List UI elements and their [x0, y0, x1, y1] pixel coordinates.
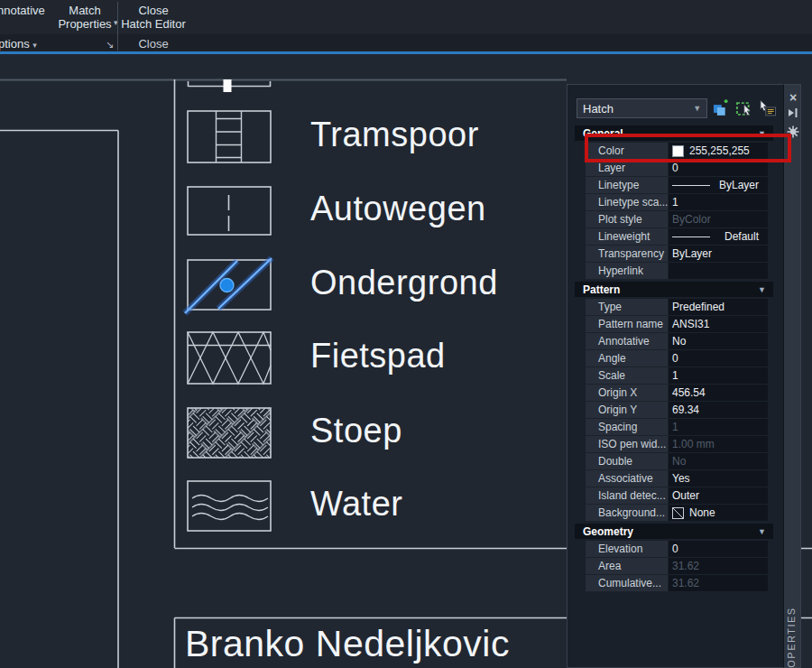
property-label: Transparency: [586, 246, 669, 262]
property-row-lineweight[interactable]: LineweightDefault: [586, 228, 768, 246]
partial-legend-symbol[interactable]: [189, 79, 272, 92]
property-label: Angle: [586, 350, 669, 366]
property-label: Associative: [586, 470, 669, 487]
match-properties-button[interactable]: Match Properties: [52, 4, 117, 31]
legend-label-fietspad[interactable]: Fietspad: [310, 337, 446, 376]
property-label: Cumulative...: [586, 575, 669, 591]
linetype-glyph: [672, 237, 710, 237]
legend-symbol-stoep[interactable]: [188, 408, 271, 458]
property-value[interactable]: Outer: [669, 487, 768, 504]
property-row-hyperlink[interactable]: Hyperlink: [586, 263, 768, 280]
property-value[interactable]: ByLayer: [669, 177, 768, 193]
auto-hide-pin-icon[interactable]: [784, 107, 802, 119]
left-sheet-rectangle: [0, 131, 118, 668]
property-row-elevation[interactable]: Elevation0: [586, 541, 768, 558]
properties-palette-body: Hatch▼ General▼Color255,255,255Layer: [567, 84, 783, 668]
property-value[interactable]: 1: [669, 419, 768, 435]
palette-titlebar: ×: [783, 84, 801, 668]
legend-label-ondergrond[interactable]: Ondergrond: [310, 264, 498, 302]
property-row-origin-x[interactable]: Origin X456.54: [586, 385, 768, 402]
property-row-island-detec[interactable]: Island detec...Outer: [586, 487, 768, 505]
property-value[interactable]: No: [669, 453, 768, 469]
property-label: Hyperlink: [586, 263, 669, 279]
property-value[interactable]: Yes: [669, 470, 768, 487]
property-value[interactable]: Predefined: [669, 299, 768, 315]
title-block-text[interactable]: Branko Nedeljkovic: [185, 623, 510, 665]
property-label: Scale: [586, 367, 669, 384]
property-label: Area: [586, 558, 669, 574]
ribbon: nnotative Match Properties ▾ Close Hatch…: [0, 0, 812, 54]
property-row-scale[interactable]: Scale1: [586, 367, 768, 385]
property-value[interactable]: ByLayer: [669, 246, 768, 262]
property-value[interactable]: [669, 263, 768, 279]
property-row-spacing[interactable]: Spacing1: [586, 419, 768, 436]
section-header-geometry[interactable]: Geometry▼: [575, 524, 773, 539]
property-row-cumulative[interactable]: Cumulative...31.62: [586, 575, 768, 592]
property-row-annotative[interactable]: AnnotativeNo: [586, 333, 768, 350]
object-type-dropdown[interactable]: Hatch▼: [577, 98, 707, 118]
property-value[interactable]: Default: [669, 228, 768, 245]
section-header-pattern[interactable]: Pattern▼: [575, 282, 773, 297]
property-value[interactable]: ANSI31: [669, 316, 768, 332]
legend-label-water[interactable]: Water: [310, 485, 402, 524]
property-label: Plot style: [586, 211, 669, 227]
close-icon[interactable]: ×: [784, 90, 802, 105]
legend-symbol-tramspoor[interactable]: [188, 111, 271, 162]
property-value[interactable]: 0: [669, 541, 768, 557]
legend-label-autowegen[interactable]: Autowegen: [310, 190, 486, 228]
legend-symbol-ondergrond[interactable]: [185, 258, 272, 313]
legend-symbol-fietspad[interactable]: [188, 332, 271, 384]
palette-vertical-title: PROPERTIES: [786, 607, 797, 668]
property-label: Elevation: [586, 541, 669, 557]
legend-label-tramspoor[interactable]: Tramspoor: [310, 116, 479, 154]
property-row-linetype-sca[interactable]: Linetype sca...1: [586, 194, 768, 211]
property-label: Linetype sca...: [586, 194, 669, 210]
property-value[interactable]: 31.62: [669, 575, 768, 591]
property-value[interactable]: 1: [669, 367, 768, 384]
property-value[interactable]: ByColor: [669, 211, 768, 227]
property-row-iso-pen-wid[interactable]: ISO pen wid...1.00 mm: [586, 436, 768, 453]
toggle-pickadd-icon[interactable]: [712, 99, 731, 117]
property-value[interactable]: None: [669, 505, 768, 521]
property-row-double[interactable]: DoubleNo: [586, 453, 768, 470]
chevron-down-icon: ▾: [32, 41, 37, 50]
chevron-down-icon: ▼: [758, 285, 766, 294]
property-value[interactable]: 31.62: [669, 558, 768, 574]
hatch-grip-point[interactable]: [220, 279, 234, 292]
property-row-area[interactable]: Area31.62: [586, 558, 768, 575]
dialog-launcher-icon[interactable]: ↘: [106, 39, 114, 51]
close-panel-label: Close: [121, 37, 186, 51]
none-swatch: [672, 507, 684, 519]
property-row-pattern-name[interactable]: Pattern nameANSI31: [586, 316, 768, 333]
linetype-glyph: [672, 185, 710, 186]
property-value[interactable]: No: [669, 333, 768, 349]
property-row-linetype[interactable]: LinetypeByLayer: [586, 177, 768, 194]
chevron-down-icon: ▼: [758, 527, 766, 536]
property-row-transparency[interactable]: TransparencyByLayer: [586, 246, 768, 263]
select-objects-icon[interactable]: [735, 99, 754, 117]
property-row-associative[interactable]: AssociativeYes: [586, 470, 768, 487]
legend-label-stoep[interactable]: Stoep: [310, 412, 402, 450]
properties-rows: General▼Color255,255,255Layer0LinetypeBy…: [567, 125, 784, 594]
legend-symbol-autowegen[interactable]: [188, 187, 271, 235]
property-row-plot-style[interactable]: Plot styleByColor: [586, 211, 768, 228]
property-value[interactable]: 1: [669, 194, 768, 210]
grip-square[interactable]: [224, 79, 232, 92]
property-value[interactable]: 1.00 mm: [669, 436, 768, 452]
close-hatch-editor-button[interactable]: Close Hatch Editor: [121, 4, 186, 31]
property-row-background[interactable]: Background...None: [586, 505, 768, 522]
options-panel-button[interactable]: ptions ▾: [0, 37, 37, 52]
property-value[interactable]: 69.34: [669, 402, 768, 418]
property-label: Lineweight: [586, 228, 669, 245]
quick-select-icon[interactable]: [758, 99, 777, 117]
property-label: Linetype: [586, 177, 669, 193]
legend-symbol-water[interactable]: [188, 481, 271, 531]
property-value[interactable]: 0: [669, 350, 768, 366]
annotative-button[interactable]: nnotative: [0, 4, 45, 17]
property-row-angle[interactable]: Angle0: [586, 350, 768, 367]
properties-palette: Hatch▼ General▼Color255,255,255Layer: [567, 84, 801, 668]
property-value[interactable]: 456.54: [669, 385, 768, 401]
property-row-type[interactable]: TypePredefined: [586, 299, 768, 316]
property-row-origin-y[interactable]: Origin Y69.34: [586, 402, 768, 419]
ribbon-accent-line: [0, 51, 812, 54]
